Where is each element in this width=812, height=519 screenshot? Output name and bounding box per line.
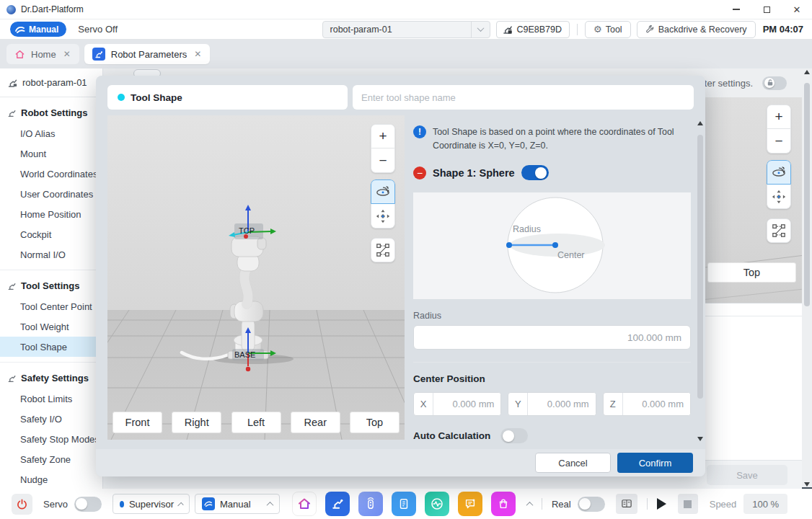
orbit-button[interactable] — [371, 179, 395, 204]
minimize-icon — [733, 9, 740, 10]
stop-icon — [684, 500, 692, 508]
view-front-button[interactable]: Front — [112, 412, 162, 433]
robot-serial-button[interactable]: C9E8B79D — [496, 21, 570, 38]
sidebar-item-nudge[interactable]: Nudge — [0, 469, 102, 489]
sidebar-nav: Robot Settings I/O Alias Mount World Coo… — [0, 97, 102, 489]
dock-expand-icon[interactable] — [526, 501, 534, 508]
radius-input[interactable] — [413, 325, 691, 350]
view-left-button[interactable]: Left — [231, 412, 281, 433]
confirm-button[interactable]: Confirm — [617, 453, 693, 473]
maximize-button[interactable] — [751, 0, 782, 19]
robot-lock-icon — [502, 25, 513, 35]
tab-robot-parameters-close-icon[interactable]: ✕ — [193, 49, 203, 59]
close-button[interactable]: ✕ — [782, 0, 812, 19]
dialog-scrollbar[interactable] — [697, 121, 704, 441]
bg-view-top-button[interactable]: Top — [707, 262, 796, 283]
param-file-select[interactable]: robot-param-01 — [322, 21, 490, 38]
cancel-button[interactable]: Cancel — [535, 453, 611, 473]
user-role-select[interactable]: Supervisor — [112, 494, 190, 514]
real-mode-toggle[interactable] — [578, 497, 605, 512]
dock-device-icon[interactable] — [392, 492, 416, 516]
modal-3d-viewer[interactable]: TCP BASE + − — [107, 115, 405, 440]
sidebar-item-cockpit[interactable]: Cockpit — [0, 224, 102, 244]
sidebar-item-user-coordinates[interactable]: User Coordinates — [0, 184, 102, 204]
chevron-up-icon — [177, 502, 183, 507]
bg-zoom-out-button[interactable]: − — [767, 129, 791, 154]
backdrive-recovery-button[interactable]: Backdrive & Recovery — [637, 21, 756, 38]
servo-toggle[interactable] — [74, 497, 102, 512]
sidebar-item-tool-shape[interactable]: Tool Shape — [0, 337, 102, 357]
dock-robot-params-icon[interactable] — [325, 492, 350, 516]
zoom-in-button[interactable]: + — [371, 124, 395, 148]
remove-shape-icon[interactable]: − — [413, 167, 426, 179]
sidebar-item-world-coordinates[interactable]: World Coordinates — [0, 164, 102, 184]
center-x-input[interactable] — [433, 393, 500, 415]
shape-settings-panel: ! Tool Shape is based on a point where t… — [413, 115, 691, 449]
tcp-label: TCP — [239, 226, 255, 235]
pan-button[interactable] — [371, 204, 395, 229]
diagram-radius-label: Radius — [513, 224, 541, 234]
manual-mode-button[interactable]: Manual — [10, 22, 66, 37]
close-icon: ✕ — [793, 5, 801, 14]
tab-home-close-icon[interactable]: ✕ — [62, 49, 72, 59]
simulator-3d-button[interactable] — [616, 494, 637, 514]
power-button[interactable] — [12, 494, 32, 515]
sidebar-item-tool-center-point[interactable]: Tool Center Point — [0, 296, 102, 316]
main-scrollbar[interactable] — [803, 70, 811, 487]
sidebar-item-robot-limits[interactable]: Robot Limits — [0, 389, 102, 409]
tool-shape-dialog: Tool Shape — [96, 76, 705, 476]
bg-measure-button[interactable] — [767, 218, 791, 243]
tab-home[interactable]: Home ✕ — [6, 44, 79, 64]
auto-calculation-toggle[interactable] — [500, 428, 528, 443]
view-top-button[interactable]: Top — [350, 412, 400, 433]
save-button[interactable]: Save — [707, 465, 787, 485]
role-status-icon — [120, 501, 124, 507]
sidebar-item-safety-stop-modes[interactable]: Safety Stop Modes — [0, 429, 102, 449]
sidebar-item-mount[interactable]: Mount — [0, 143, 102, 164]
sidebar-item-home-position[interactable]: Home Position — [0, 204, 102, 224]
tool-shape-name-input[interactable] — [353, 85, 694, 110]
manual-mode-icon — [202, 497, 215, 510]
bg-orbit-button[interactable] — [767, 160, 791, 185]
center-position-label: Center Position — [413, 373, 691, 384]
sidebar-item-normal-io[interactable]: Normal I/O — [0, 244, 102, 265]
tool-button[interactable]: Tool — [585, 21, 631, 38]
zoom-out-button[interactable]: − — [371, 148, 395, 173]
scroll-down-icon[interactable] — [697, 437, 703, 441]
sidebar: robot-param-01 Robot Settings I/O Alias … — [0, 68, 103, 489]
settings-lock-toggle[interactable] — [762, 76, 787, 90]
chevron-down-icon — [471, 22, 490, 37]
dock-monitor-icon[interactable] — [425, 492, 449, 516]
operation-mode-select[interactable]: Manual — [195, 494, 280, 514]
scroll-down-icon[interactable] — [804, 482, 810, 487]
gear-icon — [593, 24, 602, 35]
dialog-scrollbar-thumb[interactable] — [697, 135, 703, 399]
tabbar: Home ✕ Robot Parameters ✕ — [0, 40, 812, 68]
dock-home-icon[interactable] — [292, 492, 317, 516]
main-scrollbar-thumb[interactable] — [804, 83, 810, 306]
dock-task-writer-icon[interactable] — [458, 492, 482, 516]
measure-button[interactable] — [371, 238, 395, 262]
center-z-input[interactable] — [623, 393, 690, 415]
dock-store-icon[interactable] — [491, 492, 516, 516]
stop-button[interactable] — [678, 494, 698, 514]
sidebar-item-safety-io[interactable]: Safety I/O — [0, 409, 102, 429]
shape-enable-toggle[interactable] — [521, 165, 549, 180]
sidebar-item-safety-zone[interactable]: Safety Zone — [0, 449, 102, 469]
speed-value-button[interactable]: 100 % — [743, 494, 787, 514]
app-logo-icon — [6, 5, 16, 14]
sidebar-item-tool-weight[interactable]: Tool Weight — [0, 316, 102, 337]
pan-icon — [772, 190, 786, 204]
robot-icon — [7, 109, 17, 117]
bg-zoom-in-button[interactable]: + — [767, 105, 791, 129]
view-rear-button[interactable]: Rear — [291, 412, 340, 433]
play-button[interactable] — [657, 498, 666, 510]
bg-pan-button[interactable] — [767, 185, 791, 209]
tab-robot-parameters[interactable]: Robot Parameters ✕ — [84, 44, 211, 64]
center-y-input[interactable] — [528, 393, 595, 415]
sidebar-item-io-alias[interactable]: I/O Alias — [0, 123, 102, 143]
info-icon: ! — [413, 125, 426, 138]
dock-remote-icon[interactable] — [358, 492, 383, 516]
view-right-button[interactable]: Right — [172, 412, 221, 433]
minimize-button[interactable] — [721, 0, 751, 19]
